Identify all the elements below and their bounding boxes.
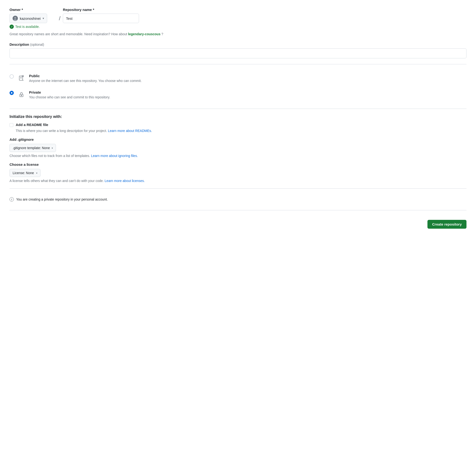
gitignore-dropdown-label: .gitignore template: None xyxy=(13,146,50,150)
readme-desc: This is where you can write a long descr… xyxy=(16,129,466,133)
readme-learn-more-link[interactable]: Learn more about READMEs. xyxy=(108,129,152,133)
check-icon: ✓ xyxy=(10,25,14,29)
info-icon: i xyxy=(10,197,14,201)
repo-name-input[interactable] xyxy=(63,14,139,23)
repo-name-field-group: Repository name * xyxy=(63,8,139,23)
divider-2 xyxy=(10,109,466,109)
public-option[interactable]: Public Anyone on the internet can see th… xyxy=(10,70,466,86)
gitignore-title: Add .gitignore xyxy=(10,137,466,141)
readme-checkbox[interactable] xyxy=(10,123,13,127)
license-learn-more-link[interactable]: Learn more about licenses. xyxy=(105,179,145,183)
inspiration-text: Great repository names are short and mem… xyxy=(10,32,466,37)
owner-select[interactable]: kazonoshinei ▾ xyxy=(10,14,47,23)
private-desc: You choose who can see and commit to thi… xyxy=(29,95,466,99)
gitignore-section: Add .gitignore .gitignore template: None… xyxy=(10,137,466,158)
initialize-title: Initialize this repository with: xyxy=(10,115,466,119)
public-desc: Anyone on the internet can see this repo… xyxy=(29,79,466,83)
public-radio[interactable] xyxy=(10,74,14,79)
owner-avatar xyxy=(13,16,18,21)
owner-label: Owner * xyxy=(10,8,47,12)
info-banner-text: You are creating a private repository in… xyxy=(16,198,108,201)
availability-message: ✓ Test is available. xyxy=(10,25,466,29)
private-text: Private You choose who can see and commi… xyxy=(29,90,466,99)
license-dropdown-label: License: None xyxy=(13,171,34,175)
gitignore-learn-more-link[interactable]: Learn more about ignoring files. xyxy=(91,154,138,158)
submit-row: Create repository xyxy=(10,216,466,229)
description-label: Description (optional) xyxy=(10,42,466,47)
initialize-section: Initialize this repository with: Add a R… xyxy=(10,115,466,133)
public-title: Public xyxy=(29,74,466,78)
license-section: Choose a license License: None ▾ A licen… xyxy=(10,162,466,183)
description-field-group: Description (optional) xyxy=(10,42,466,58)
private-option[interactable]: Private You choose who can see and commi… xyxy=(10,86,466,103)
public-icon xyxy=(17,74,26,83)
private-icon xyxy=(17,90,26,99)
gitignore-helper: Choose which files not to track from a l… xyxy=(10,154,466,158)
divider-1 xyxy=(10,64,466,64)
owner-dropdown-arrow: ▾ xyxy=(43,17,44,20)
visibility-section: Public Anyone on the internet can see th… xyxy=(10,70,466,103)
readme-label: Add a README file xyxy=(16,123,48,127)
readme-checkbox-row[interactable]: Add a README file xyxy=(10,123,466,127)
public-text: Public Anyone on the internet can see th… xyxy=(29,74,466,83)
svg-point-1 xyxy=(14,17,16,19)
create-repository-button[interactable]: Create repository xyxy=(428,220,466,229)
svg-point-10 xyxy=(21,95,22,96)
license-dropdown[interactable]: License: None ▾ xyxy=(10,169,40,177)
owner-name: kazonoshinei xyxy=(20,17,41,20)
gitignore-dropdown[interactable]: .gitignore template: None ▾ xyxy=(10,144,56,152)
private-radio[interactable] xyxy=(10,91,14,95)
info-banner: i You are creating a private repository … xyxy=(10,194,466,204)
suggested-name-link[interactable]: legendary-couscous xyxy=(128,32,160,36)
license-dropdown-arrow: ▾ xyxy=(36,172,37,174)
repo-name-label: Repository name * xyxy=(63,8,139,12)
divider-4 xyxy=(10,210,466,210)
availability-text: Test is available. xyxy=(15,25,40,29)
private-title: Private xyxy=(29,90,466,94)
divider-3 xyxy=(10,188,466,189)
owner-field-group: Owner * kazonoshinei ▾ xyxy=(10,8,47,23)
description-input[interactable] xyxy=(10,48,466,58)
license-title: Choose a license xyxy=(10,162,466,167)
gitignore-dropdown-arrow: ▾ xyxy=(52,147,53,149)
slash-separator: / xyxy=(57,14,63,23)
license-helper: A license tells others what they can and… xyxy=(10,179,466,183)
